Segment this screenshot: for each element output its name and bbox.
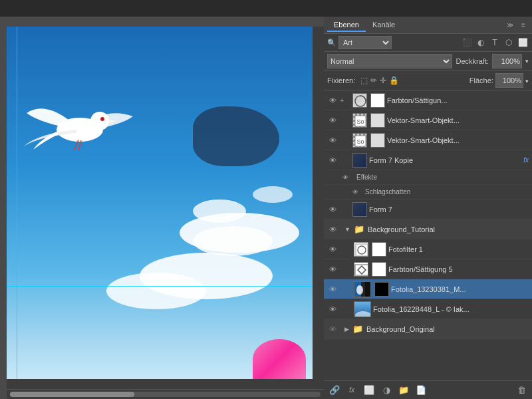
canvas-inner (7, 27, 313, 379)
area-dropdown[interactable]: ▾ (525, 78, 529, 84)
eye-fotolia2[interactable]: 👁 (327, 304, 338, 315)
eye-vektor1[interactable]: 👁 (327, 115, 338, 126)
svg-point-18 (356, 285, 363, 295)
lock-all-icon[interactable]: 🔒 (389, 76, 399, 85)
lock-paint-icon[interactable]: ✏ (370, 76, 377, 85)
svg-line-6 (78, 140, 81, 150)
layer-item-bgtutorial[interactable]: 👁 ▼ 📁 Background_Tutorial (324, 219, 532, 239)
search-icon: 🔍 (327, 39, 336, 47)
delete-layer-button[interactable]: 🗑 (514, 383, 529, 398)
opacity-label: Deckkraft: (456, 57, 489, 65)
filter-smart-icon[interactable]: ⬜ (517, 37, 529, 49)
group-arrow-bgoriginal[interactable]: ▶ (344, 326, 349, 332)
mask-fotolia1 (374, 282, 389, 297)
thumb-fotolia2 (354, 301, 371, 317)
opacity-input[interactable] (492, 54, 522, 68)
layer-item-schatten[interactable]: 👁 Schlagschatten (324, 185, 532, 200)
layer-name-form7k: Form 7 Kopie (369, 156, 521, 164)
group-arrow-bgtutorial[interactable]: ▼ (344, 226, 350, 233)
filter-shape-icon[interactable]: ⬡ (503, 37, 515, 49)
cloud-6 (106, 273, 206, 309)
layer-item-farbton-top[interactable]: 👁 + Farbton/Sättigun... (324, 90, 532, 110)
layer-item-form7k[interactable]: 👁 Form 7 Kopie fx (324, 150, 532, 170)
svg-point-13 (358, 246, 366, 254)
adjustment-button[interactable]: ◑ (379, 383, 394, 398)
layer-item-fotolia2[interactable]: 👁 Fotolia_16228448_L - © Iak... (324, 299, 532, 319)
layer-name-farbton-top: Farbton/Sättigun... (387, 96, 529, 104)
area-input[interactable] (495, 73, 523, 88)
svg-point-4 (102, 118, 104, 120)
lock-move-icon[interactable]: ✛ (380, 76, 386, 85)
new-layer-button[interactable]: 📄 (414, 383, 428, 398)
scroll-track-h[interactable] (10, 392, 321, 397)
thumb-fotofilter (354, 242, 368, 257)
eye-fotolia1[interactable]: 👁 (327, 284, 338, 295)
mask-farbton-top (370, 93, 385, 108)
dove (20, 80, 153, 166)
filter-icons: ⬛ ◐ T ⬡ ⬜ (461, 37, 529, 49)
svg-text:So: So (356, 118, 364, 125)
eye-bgoriginal[interactable]: 👁 (327, 324, 338, 334)
layer-item-form7[interactable]: 👁 Form 7 (324, 200, 532, 219)
opacity-dropdown[interactable]: ▾ (525, 58, 529, 65)
blend-opacity-row: Normal Deckkraft: ▾ (324, 52, 532, 71)
layer-item-fotolia1[interactable]: 👁 Fotolia_13230381_M... (324, 279, 532, 299)
link-layers-button[interactable]: 🔗 (327, 383, 342, 398)
group-icon-bgoriginal: 📁 (352, 324, 363, 334)
ruler-top (0, 17, 324, 27)
tab-kanaele[interactable]: Kanäle (366, 19, 402, 32)
tab-ebenen[interactable]: Ebenen (327, 19, 366, 32)
mask-vektor1 (370, 113, 385, 128)
mask-button[interactable]: ⬜ (362, 383, 376, 398)
eye-vektor2[interactable]: 👁 (327, 135, 338, 146)
eye-effekte[interactable]: 👁 (342, 174, 348, 181)
panel-expand-icon[interactable]: ≫ (505, 20, 515, 31)
eye-fotofilter[interactable]: 👁 (327, 244, 338, 255)
lock-icons: ⬚ ✏ ✛ 🔒 (360, 76, 399, 85)
layer-name-farbton5: Farbton/Sättigung 5 (388, 265, 529, 273)
layer-name-bgtutorial: Background_Tutorial (368, 225, 529, 233)
panels-area: Ebenen Kanäle ≫ ≡ 🔍 Art ⬛ ◐ (324, 17, 532, 399)
layer-item-farbton5[interactable]: 👁 Farbton/Sättigung 5 (324, 259, 532, 279)
filter-pixel-icon[interactable]: ⬛ (461, 37, 473, 49)
guide-horizontal (7, 286, 313, 287)
panel-menu-icon[interactable]: ≡ (518, 20, 529, 31)
thumb-vektor1: So (352, 113, 367, 128)
lock-pixel-icon[interactable]: ⬚ (360, 76, 368, 85)
mask-vektor2 (370, 133, 385, 148)
thumb-form7 (352, 202, 367, 217)
scroll-thumb-h[interactable] (10, 392, 134, 397)
filter-bar: 🔍 Art ⬛ ◐ T ⬡ ⬜ (324, 34, 532, 52)
canvas-scrollbar-h[interactable] (7, 389, 324, 399)
eye-bgtutorial[interactable]: 👁 (327, 224, 338, 235)
layer-name-fotolia1: Fotolia_13230381_M... (391, 285, 529, 293)
lock-row: Fixieren: ⬚ ✏ ✛ 🔒 Fläche: ▾ (324, 71, 532, 90)
eye-form7k[interactable]: 👁 (327, 155, 338, 166)
thumb-vektor2: So (352, 133, 367, 148)
cloud-3 (193, 200, 246, 223)
layer-item-effekte[interactable]: 👁 Effekte (324, 170, 532, 185)
filter-select[interactable]: Art (338, 36, 392, 49)
group-button[interactable]: 📁 (396, 383, 411, 398)
eye-farbton-top[interactable]: 👁 (327, 95, 338, 106)
layer-item-vektor2[interactable]: 👁 So Vektor-Smart-Objekt... (324, 130, 532, 150)
thumb-farbton-top (352, 93, 367, 108)
layer-item-fotofilter[interactable]: 👁 Fotofilter 1 (324, 239, 532, 259)
eye-schatten[interactable]: 👁 (352, 189, 358, 196)
group-icon-bgtutorial: 📁 (354, 224, 364, 234)
layer-item-bgoriginal[interactable]: 👁 ▶ 📁 Background_Original (324, 319, 532, 339)
filter-adjust-icon[interactable]: ◐ (475, 37, 487, 49)
thumb-fotolia1 (354, 281, 371, 297)
panel-tab-controls: ≫ ≡ (505, 20, 529, 31)
eye-form7[interactable]: 👁 (327, 204, 338, 215)
svg-rect-17 (365, 282, 371, 297)
layer-item-vektor1[interactable]: 👁 So Vektor-Smart-Objekt... (324, 110, 532, 130)
cloud-2 (193, 226, 273, 256)
filter-type-icon[interactable]: T (489, 37, 501, 49)
ruler-left (0, 27, 7, 399)
panel-tabs: Ebenen Kanäle ≫ ≡ (324, 17, 532, 34)
eye-farbton5[interactable]: 👁 (327, 264, 338, 275)
top-bar (0, 0, 532, 17)
blend-mode-select[interactable]: Normal (327, 54, 452, 68)
fx-button[interactable]: fx (344, 383, 359, 398)
